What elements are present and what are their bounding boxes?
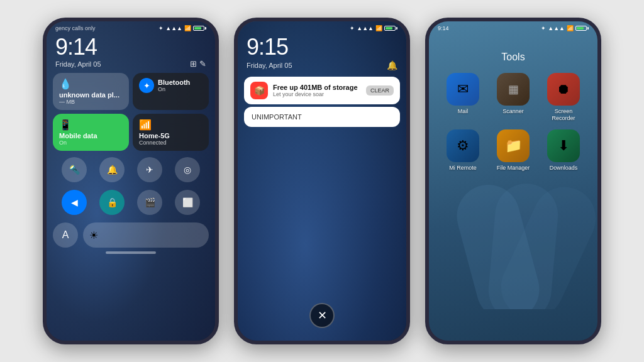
quick-buttons-row1: 🔦 🔔 ✈ ◎ [47, 155, 215, 185]
a-button[interactable]: A [53, 222, 78, 248]
clock-2: 9:15 Friday, April 05 🔔 [238, 33, 406, 70]
folder-title: Tools [429, 52, 597, 63]
phone-1-screen: gency calls only ✦ ▲▲▲ 📶 9:14 Friday, Ap… [47, 21, 215, 341]
phone-3-tools: 9:14 ✦ ▲▲▲ 📶 Tools ✉ Mail [425, 18, 601, 344]
water-sub: — MB [59, 99, 123, 105]
mail-label: Mail [458, 108, 469, 115]
lock-button[interactable]: 🔒 [99, 190, 125, 215]
phone-2-screen: ✦ ▲▲▲ 📶 9:15 Friday, April 05 🔔 📦 [238, 21, 406, 341]
bluetooth-sub: On [158, 86, 190, 92]
battery-3 [575, 26, 589, 31]
control-tiles: 💧 unknown data pl... — MB ✦ Bluetooth On… [47, 73, 215, 151]
wifi-icon: 📶 [184, 25, 191, 31]
app-downloads[interactable]: ⬇ Downloads [542, 129, 585, 172]
phone-2-notifications: ✦ ▲▲▲ 📶 9:15 Friday, April 05 🔔 📦 [234, 18, 410, 344]
app-scanner[interactable]: ▦ Scanner [492, 73, 535, 122]
date-icons: ⊞ ✎ [190, 59, 206, 69]
storage-icon: 📦 [250, 82, 268, 99]
wifi-tile[interactable]: 📶 Home-5G Connected [133, 114, 209, 151]
screen-rec-icon: ⏺ [547, 73, 580, 106]
scanner-icon: ▦ [497, 73, 530, 106]
mobile-icon: 📱 [59, 119, 123, 131]
water-tile[interactable]: 💧 unknown data pl... — MB [53, 73, 129, 110]
clock-time-2: 9:15 [247, 34, 397, 60]
screen-record-button[interactable]: ◎ [175, 157, 200, 182]
status-bar-1: gency calls only ✦ ▲▲▲ 📶 [47, 21, 215, 33]
airplane-button[interactable]: ✈ [137, 157, 162, 182]
wifi-sub: Connected [139, 140, 203, 146]
mail-icon: ✉ [447, 73, 479, 106]
bg-decoration [429, 184, 597, 309]
bottom-controls: A ☀ [47, 222, 215, 248]
status-carrier: gency calls only [55, 25, 96, 31]
mi-remote-label: Mi Remote [449, 165, 477, 172]
wifi-icon-2: 📶 [375, 25, 382, 31]
mi-remote-icon: ⚙ [447, 129, 479, 162]
battery-indicator [193, 26, 206, 31]
phone-1-control-center: gency calls only ✦ ▲▲▲ 📶 9:14 Friday, Ap… [43, 18, 219, 344]
bluetooth-tile[interactable]: ✦ Bluetooth On [133, 73, 209, 110]
bell-button[interactable]: 🔔 [99, 157, 125, 182]
bluetooth-icon: ✦ [139, 78, 154, 93]
bt-icon-3: ✦ [541, 25, 546, 31]
bell-icon-2: 🔔 [387, 60, 397, 70]
status-icons-1: ✦ ▲▲▲ 📶 [158, 25, 206, 31]
date-text-1: Friday, April 05 [55, 60, 101, 68]
bluetooth-label: Bluetooth [158, 79, 190, 86]
app-file-manager[interactable]: 📁 File Manager [492, 129, 535, 172]
notif-text-storage: Free up 401MB of storage Let your device… [273, 84, 361, 97]
downloads-icon: ⬇ [547, 129, 580, 162]
unimportant-label: UNIMPORTANT [252, 113, 302, 121]
file-mgr-icon: 📁 [497, 129, 530, 162]
downloads-label: Downloads [550, 165, 578, 172]
storage-notification[interactable]: 📦 Free up 401MB of storage Let your devi… [244, 77, 400, 104]
notif-storage-sub: Let your device soar [273, 91, 361, 97]
mobile-label: Mobile data [59, 132, 123, 140]
status-icons-3: ✦ ▲▲▲ 📶 [541, 25, 589, 31]
brightness-icon: ☀ [89, 229, 98, 241]
wifi-label: Home-5G [139, 132, 203, 140]
wifi-3: 📶 [567, 25, 574, 31]
status-bar-2: ✦ ▲▲▲ 📶 [238, 21, 406, 33]
clock-time-1: 9:14 [47, 33, 215, 60]
clock-date-1: Friday, April 05 ⊞ ✎ [47, 60, 215, 73]
dismiss-icon: ✕ [318, 309, 327, 322]
a-label: A [62, 229, 69, 241]
dismiss-button[interactable]: ✕ [309, 303, 335, 328]
mobile-sub: On [59, 140, 123, 146]
battery-2 [384, 26, 397, 31]
app-grid: ✉ Mail ▦ Scanner ⏺ Screen Recorder ⚙ Mi … [429, 73, 597, 171]
flashlight-button[interactable]: 🔦 [62, 157, 87, 182]
status-bar-3: 9:14 ✦ ▲▲▲ 📶 [429, 21, 597, 33]
location-button[interactable]: ◀ [62, 190, 87, 215]
camera-button[interactable]: 🎬 [137, 190, 162, 215]
clock-date-2: Friday, April 05 [247, 62, 292, 69]
signal-bars: ▲▲▲ [165, 25, 182, 31]
wifi-tile-icon: 📶 [139, 119, 203, 131]
scanner-label: Scanner [502, 108, 524, 115]
file-mgr-label: File Manager [497, 165, 530, 172]
app-mail[interactable]: ✉ Mail [441, 73, 484, 122]
signal-2: ▲▲▲ [357, 25, 374, 31]
capture-button[interactable]: ⬜ [175, 190, 200, 215]
app-mi-remote[interactable]: ⚙ Mi Remote [441, 129, 484, 172]
app-screen-recorder[interactable]: ⏺ Screen Recorder [542, 73, 585, 122]
quick-buttons-row2: ◀ 🔒 🎬 ⬜ [47, 187, 215, 217]
bluetooth-icon-2: ✦ [350, 25, 355, 31]
brightness-slider[interactable]: ☀ [83, 222, 209, 248]
status-icons-2: ✦ ▲▲▲ 📶 [350, 25, 397, 31]
phone-3-screen: 9:14 ✦ ▲▲▲ 📶 Tools ✉ Mail [429, 21, 597, 341]
clear-button[interactable]: CLEAR [366, 85, 394, 96]
unimportant-notification[interactable]: UNIMPORTANT [244, 107, 400, 127]
sig-3: ▲▲▲ [548, 25, 565, 31]
notif-storage-title: Free up 401MB of storage [273, 84, 361, 91]
water-label: unknown data pl... [59, 91, 123, 99]
water-icon: 💧 [59, 78, 123, 90]
time-3: 9:14 [438, 25, 449, 31]
mobile-data-tile[interactable]: 📱 Mobile data On [53, 114, 129, 151]
bluetooth-status-icon: ✦ [158, 25, 164, 31]
screen-rec-label: Screen Recorder [542, 108, 585, 122]
home-indicator-1[interactable] [106, 251, 156, 254]
